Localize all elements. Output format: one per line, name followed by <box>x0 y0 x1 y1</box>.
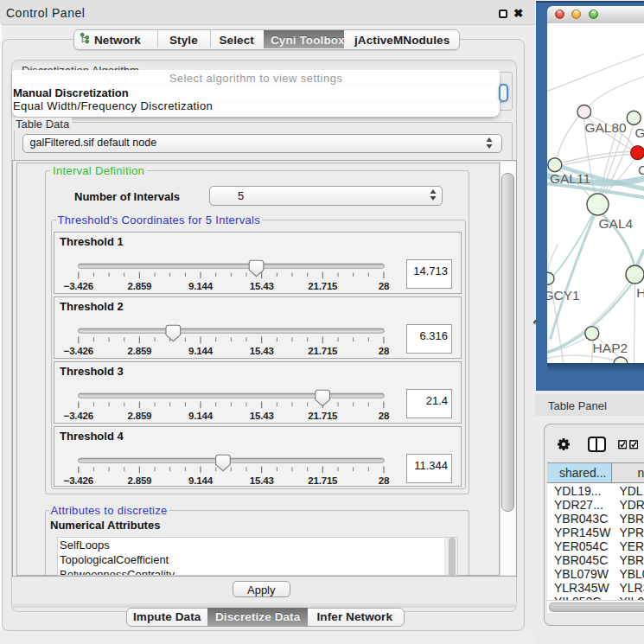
svg-text:HAP2: HAP2 <box>592 341 628 355</box>
svg-text:GCY1: GCY1 <box>547 288 580 303</box>
svg-text:15.43: 15.43 <box>249 345 273 355</box>
svg-text:21.715: 21.715 <box>308 345 338 355</box>
svg-text:2.859: 2.859 <box>127 475 151 485</box>
svg-text:15.43: 15.43 <box>249 410 273 420</box>
svg-text:21.715: 21.715 <box>308 280 338 290</box>
svg-text:28: 28 <box>378 410 389 420</box>
svg-text:9.144: 9.144 <box>188 410 214 420</box>
svg-text:GAL11: GAL11 <box>549 170 590 185</box>
svg-text:9.144: 9.144 <box>188 280 214 290</box>
svg-text:GAL80: GAL80 <box>584 119 627 134</box>
svg-text:2.859: 2.859 <box>127 280 151 290</box>
svg-text:28: 28 <box>378 475 389 485</box>
svg-text:C: C <box>638 163 644 177</box>
svg-text:2.859: 2.859 <box>127 345 151 355</box>
svg-text:28: 28 <box>378 280 389 290</box>
svg-text:15.43: 15.43 <box>249 475 273 485</box>
svg-text:G.: G. <box>634 124 644 139</box>
svg-text:15.43: 15.43 <box>249 280 273 290</box>
svg-text:9.144: 9.144 <box>188 345 214 355</box>
svg-text:−3.426: −3.426 <box>63 410 92 420</box>
svg-text:2.859: 2.859 <box>127 410 151 420</box>
svg-text:−3.426: −3.426 <box>63 280 92 290</box>
svg-text:28: 28 <box>378 345 389 355</box>
svg-text:21.715: 21.715 <box>308 475 338 485</box>
svg-text:21.715: 21.715 <box>308 410 338 420</box>
svg-text:−3.426: −3.426 <box>63 345 92 355</box>
svg-text:−3.426: −3.426 <box>63 475 92 485</box>
svg-text:H: H <box>636 285 644 300</box>
svg-text:9.144: 9.144 <box>188 475 214 485</box>
svg-text:GAL4: GAL4 <box>598 215 633 230</box>
